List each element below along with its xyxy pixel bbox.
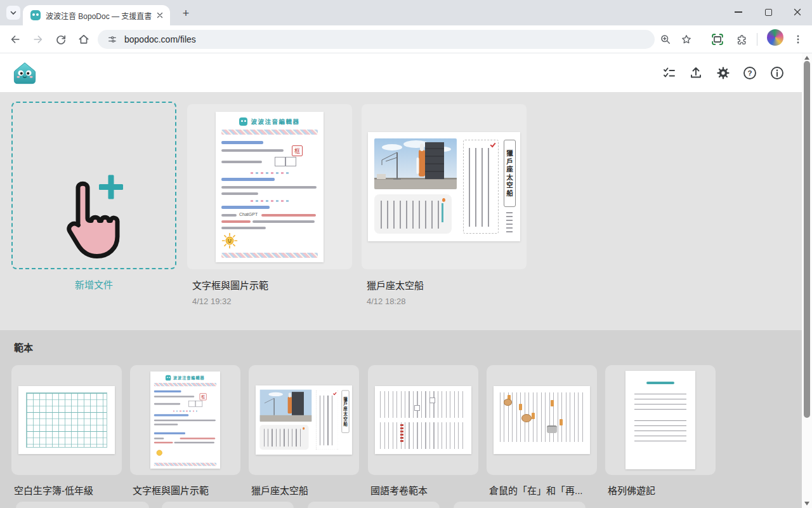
template-card[interactable] [368, 365, 478, 475]
template-card[interactable] [605, 365, 716, 475]
info-icon [769, 65, 785, 81]
template-card[interactable]: 獵戶座太空船 [249, 365, 359, 475]
scrollbar-thumb[interactable] [804, 61, 810, 418]
browser-menu-button[interactable] [789, 30, 808, 49]
template-card[interactable] [11, 365, 122, 475]
screen-capture-icon [710, 32, 724, 46]
close-icon [157, 12, 163, 18]
pointer-hand-icon [43, 173, 140, 267]
text-column-box [463, 140, 499, 234]
zoom-button[interactable] [656, 30, 675, 49]
document-thumbnail: 波波注音編輯器 框 ChatGPT [216, 112, 324, 262]
partial-card[interactable] [308, 502, 440, 508]
svg-text:?: ? [747, 69, 752, 77]
new-document-label: 新增文件 [11, 277, 176, 291]
partial-card[interactable] [162, 502, 294, 508]
template-item: 波波注音編輯器 框 [130, 365, 240, 497]
extensions-button[interactable] [732, 30, 751, 49]
forward-arrow-icon [32, 33, 44, 46]
back-arrow-icon [9, 33, 22, 46]
reload-icon [55, 33, 67, 46]
document-card[interactable]: 波波注音編輯器 框 ChatGPT [187, 104, 352, 269]
document-item: 獵戶座太空船 獵戶座太空船 4/12 18:28 [362, 104, 527, 306]
help-icon: ? [742, 65, 757, 81]
bopodoc-mascot-icon [13, 61, 37, 85]
app-header: ? [0, 53, 812, 92]
document-thumbnail: 獵戶座太空船 [368, 132, 520, 241]
maximize-button[interactable] [754, 0, 783, 24]
template-label: 空白生字簿-低年級 [14, 483, 122, 497]
star-icon [680, 33, 693, 46]
profile-avatar[interactable] [767, 29, 783, 46]
forward-button[interactable] [29, 30, 48, 49]
vertical-title-box: 獵戶座太空船 [504, 140, 516, 207]
minimize-button[interactable] [724, 0, 753, 24]
info-button[interactable] [769, 65, 785, 81]
red-vertical-text [400, 424, 403, 443]
mascot-mini-icon [166, 375, 171, 380]
screenshot-button[interactable] [708, 30, 727, 49]
minimize-icon [735, 11, 742, 13]
template-item: 倉鼠的「在」和「再... [487, 365, 597, 497]
puzzle-icon [735, 33, 748, 46]
new-tab-button[interactable]: + [178, 5, 194, 22]
check-mark-icon [490, 142, 496, 147]
app-logo[interactable] [13, 61, 37, 85]
url-text: bopodoc.com/files [124, 34, 196, 44]
kebab-menu-icon [793, 34, 803, 44]
mascot-mini-icon [239, 117, 247, 126]
tab-close-button[interactable] [155, 10, 165, 20]
template-card[interactable] [487, 365, 597, 475]
template-label: 格列佛遊記 [608, 483, 716, 497]
magnifier-plus-icon [659, 33, 672, 46]
templates-heading: 範本 [14, 340, 33, 354]
close-icon [794, 8, 801, 16]
scroll-down-arrow[interactable] [804, 502, 809, 505]
partial-card[interactable] [454, 502, 586, 508]
toolbar-separator [757, 33, 757, 46]
settings-button[interactable] [715, 65, 731, 81]
template-item: 格列佛遊記 [605, 365, 716, 497]
bookmark-button[interactable] [677, 30, 696, 49]
close-window-button[interactable] [783, 0, 812, 24]
reload-button[interactable] [51, 30, 70, 49]
back-button[interactable] [6, 30, 25, 49]
writing-grid [26, 392, 107, 448]
chevron-down-icon [10, 9, 17, 17]
browser-tab[interactable]: 波波注音 BopoDoc — 支援直書 [23, 5, 170, 25]
template-thumbnail [18, 386, 115, 454]
partial-card[interactable] [16, 502, 149, 508]
templates-section: 範本 空白生字簿-低年級 波波注音編輯器 框 [0, 330, 812, 508]
help-button[interactable]: ? [742, 65, 758, 81]
gear-icon [716, 65, 731, 81]
browser-titlebar: 波波注音 BopoDoc — 支援直書 + [0, 0, 812, 25]
document-card[interactable]: 獵戶座太空船 [362, 104, 527, 269]
task-list-button[interactable] [661, 65, 678, 81]
scrollbar[interactable] [802, 53, 812, 508]
tab-search-button[interactable] [6, 6, 20, 20]
template-label: 文字框與圖片示範 [133, 483, 240, 497]
pot-icon [547, 425, 557, 433]
checklist-icon [662, 65, 677, 81]
document-date: 4/12 18:28 [367, 297, 527, 306]
flame-icon [442, 198, 445, 202]
tab-title: 波波注音 BopoDoc — 支援直書 [46, 10, 155, 21]
home-icon [77, 33, 90, 46]
template-thumbnail [375, 386, 471, 454]
home-button[interactable] [74, 30, 93, 49]
template-card[interactable]: 波波注音編輯器 框 [130, 365, 240, 475]
maximize-icon [765, 9, 772, 16]
hamster-icon [504, 399, 512, 406]
template-item: 空白生字簿-低年級 [11, 365, 122, 497]
template-thumbnail [494, 386, 590, 454]
template-item: 獵戶座太空船 獵戶座太空船 [249, 365, 359, 497]
new-document-card[interactable] [11, 102, 176, 269]
scroll-up-arrow[interactable] [804, 56, 809, 60]
rocket-photo [374, 138, 457, 189]
url-bar[interactable]: bopodoc.com/files [98, 30, 655, 49]
upload-button[interactable] [688, 65, 704, 81]
document-title: 文字框與圖片示範 [192, 278, 352, 291]
document-title: 獵戶座太空船 [367, 278, 527, 291]
tab-favicon-icon [30, 10, 41, 20]
recent-documents-section: 新增文件 波波注音編輯器 框 [0, 92, 812, 330]
